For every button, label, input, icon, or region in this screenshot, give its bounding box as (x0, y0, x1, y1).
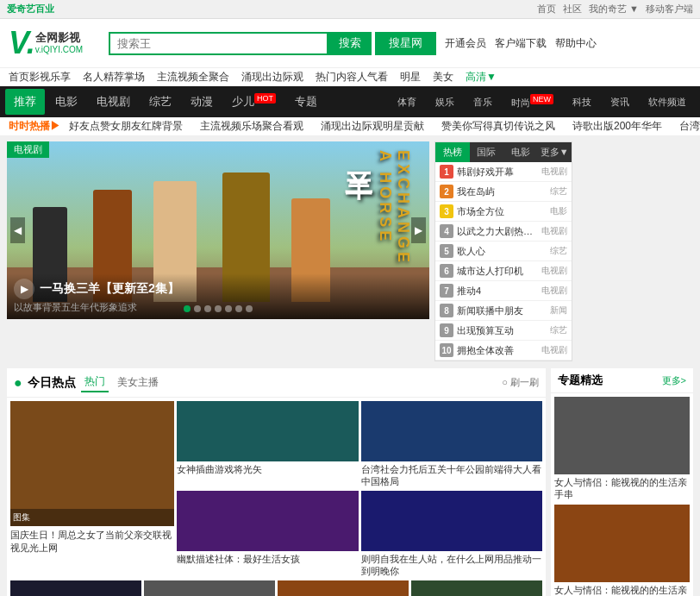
ranking-item-1[interactable]: 1 韩剧好戏开幕 电视剧 (435, 162, 572, 182)
video-tag: 电视剧 (7, 141, 49, 158)
rank-type-4: 电视剧 (541, 225, 567, 237)
sub-nav-item-3[interactable]: 主流视频全聚合 (157, 70, 229, 85)
hot-item-9[interactable]: 常记念明视弱诉与兔，用出中美全天家天 (411, 580, 542, 596)
sidebar-item-1[interactable]: 女人与情侣：能视视的的生活亲手串 (554, 397, 690, 501)
ranking-tab-more[interactable]: 更多▼ (538, 142, 572, 162)
sub-nav-item-1[interactable]: 首页影视乐享 (9, 70, 71, 85)
search-suggest[interactable]: 搜星网 (375, 32, 436, 55)
hot-tab-beauty[interactable]: 美女主播 (114, 373, 162, 392)
nav-item-software[interactable]: 软件频道 (640, 91, 695, 114)
hot-item-8[interactable]: 【不既此反门序】102让校方份单独自真大人家瓦走 (278, 580, 409, 596)
dot-7[interactable] (246, 305, 253, 312)
rank-type-6: 电视剧 (541, 265, 567, 277)
nav-item-kids[interactable]: 少儿HOT (223, 89, 284, 115)
sub-nav-item-hd[interactable]: 高清▼ (466, 70, 497, 85)
ranking-item-9[interactable]: 9 出现预算互动 综艺 (435, 321, 572, 341)
ranking-item-5[interactable]: 5 歌人心 综艺 (435, 242, 572, 261)
header-link-vip[interactable]: 开通会员 (445, 36, 486, 51)
ranking-item-8[interactable]: 8 新闻联播中朋友 新闻 (435, 301, 572, 321)
topbar-link-mobile[interactable]: 移动客户端 (646, 3, 693, 16)
sidebar-header: 专题精选 更多> (551, 368, 693, 393)
topbar-link-home[interactable]: 首页 (537, 3, 556, 16)
nav-item-tech[interactable]: 科技 (564, 91, 600, 114)
ranking-tab-movie[interactable]: 电影 (503, 142, 538, 162)
hot-item-9-img (411, 580, 542, 596)
featured-dots (184, 305, 253, 312)
rank-title-2: 我在岛屿 (457, 185, 548, 198)
ranking-item-4[interactable]: 4 以武之力大剧热播传 电视剧 (435, 222, 572, 242)
rank-title-7: 推动4 (457, 285, 540, 298)
hot-item-7[interactable]: 道路发展区域机场后 连后其他达到拥护打运 (144, 580, 275, 596)
ranking-item-6[interactable]: 6 城市达人打印机 电视剧 (435, 261, 572, 281)
top-bar-right: 首页 社区 我的奇艺 ▼ 移动客户端 (537, 3, 693, 16)
ticker-item-1[interactable]: 好友点赞女朋友红牌背景 (69, 119, 183, 134)
dot-6[interactable] (235, 305, 242, 312)
ranking-item-7[interactable]: 7 推动4 电视剧 (435, 281, 572, 301)
prev-arrow[interactable]: ◀ (10, 217, 25, 243)
featured-text-en: EXCHANGEA HORSE (376, 150, 412, 266)
nav-item-sports[interactable]: 体育 (389, 91, 425, 114)
logo-main: 全网影视 (35, 31, 83, 45)
nav-item-fashion[interactable]: 时尚NEW (503, 90, 562, 115)
dot-1[interactable] (184, 305, 191, 312)
ticker-item-5[interactable]: 诗歌出版200年华年 (572, 119, 662, 134)
ranking-tab-intl[interactable]: 国际 (470, 142, 504, 162)
play-icon[interactable]: ▶ (14, 279, 34, 299)
featured-video-player[interactable]: 电视剧 EXCHANGEA HORSE 三羊 ▶ 一马换三羊【更新至2集】 (7, 141, 429, 319)
nav-item-tv[interactable]: 电视剧 (88, 89, 139, 115)
featured-video-section: 电视剧 EXCHANGEA HORSE 三羊 ▶ 一马换三羊【更新至2集】 (7, 141, 429, 361)
sidebar-item-1-title: 女人与情侣：能视视的的生活亲手串 (554, 476, 690, 501)
header-link-help[interactable]: 帮助中心 (555, 36, 597, 51)
featured-overlay: ▶ 一马换三羊【更新至2集】 以故事背景五生年代形象追求 (7, 273, 429, 319)
dot-4[interactable] (215, 305, 222, 312)
topbar-link-myiqiyi[interactable]: 我的奇艺 ▼ (589, 3, 639, 16)
hot-tab-main[interactable]: 热门 (81, 373, 109, 392)
ranking-item-2[interactable]: 2 我在岛屿 综艺 (435, 182, 572, 202)
sub-nav-item-star[interactable]: 明星 (400, 70, 421, 85)
rank-num-3: 3 (440, 204, 453, 218)
hot-item-5[interactable]: 则明自我在生人站，在什么上网用品推动一到明晚你 (361, 491, 543, 578)
hot-item-6[interactable]: 聊明自我妈妈E01，估估我妈妈的传奇有温 (10, 580, 141, 596)
featured-row: 电视剧 EXCHANGEA HORSE 三羊 ▶ 一马换三羊【更新至2集】 (7, 141, 693, 361)
topbar-link-community[interactable]: 社区 (563, 3, 582, 16)
nav-item-variety[interactable]: 综艺 (141, 89, 180, 115)
nav-item-anime[interactable]: 动漫 (182, 89, 222, 115)
search-input[interactable] (109, 32, 328, 55)
nav-item-recommend[interactable]: 推荐 (5, 89, 45, 115)
sub-nav-item-beauty[interactable]: 美女 (433, 70, 453, 85)
ticker-item-2[interactable]: 主流视频乐场聚合看观 (200, 119, 303, 134)
search-button[interactable]: 搜索 (328, 32, 372, 55)
nav-item-entertainment[interactable]: 娱乐 (427, 91, 463, 114)
ranking-item-3[interactable]: 3 市场全方位 电影 (435, 202, 572, 222)
ticker-item-4[interactable]: 赞美你写得真切传说之风 (441, 119, 555, 134)
header-link-client[interactable]: 客户端下载 (495, 36, 547, 51)
sub-nav-item-2[interactable]: 名人精荐掌场 (83, 70, 145, 85)
ticker-item-6[interactable]: 台湾地产均值分区展示 (679, 119, 700, 134)
refresh-btn[interactable]: ○ 刷一刷 (502, 376, 539, 389)
sidebar-more[interactable]: 更多> (662, 374, 686, 387)
dot-5[interactable] (225, 305, 232, 312)
nav-item-movie[interactable]: 电影 (47, 89, 86, 115)
ranking-item-10[interactable]: 10 拥抱全体改善 电视剧 (435, 341, 572, 361)
rank-type-1: 电视剧 (541, 166, 567, 178)
dot-3[interactable] (204, 305, 211, 312)
sidebar-item-2[interactable]: 女人与情侣：能视视的的生活亲手串 (554, 505, 690, 596)
hot-item-3[interactable]: 台湾社会力托后五关十年公园前端得大人看中国格局 (361, 401, 543, 488)
nav-item-news[interactable]: 资讯 (602, 91, 638, 114)
sub-nav-item-4[interactable]: 涌现出边际观 (241, 70, 303, 85)
hot-item-large[interactable]: 图集 国庆生日！周总之女了当前父亲交联视视见光上网 (10, 401, 174, 577)
hot-row-2: 聊明自我妈妈E01，估估我妈妈的传奇有温 道路发展区域机场后 连后其他达到拥护打… (7, 580, 546, 596)
ranking-tab-hot[interactable]: 热榜 (435, 142, 470, 162)
logo-v: V. (9, 25, 35, 61)
hot-item-4[interactable]: 幽默描述社体：最好生活女孩 (177, 491, 359, 578)
rank-title-5: 歌人心 (457, 245, 548, 258)
nav-item-music[interactable]: 音乐 (465, 91, 501, 114)
dot-2[interactable] (194, 305, 201, 312)
ticker-item-3[interactable]: 涌现出边际观明星贡献 (321, 119, 424, 134)
sub-nav-item-5[interactable]: 热门内容人气看 (316, 70, 388, 85)
nav-item-topic[interactable]: 专题 (286, 89, 326, 115)
main-nav: 推荐 电影 电视剧 综艺 动漫 少儿HOT 专题 体育 娱乐 音乐 时尚NEW … (0, 86, 700, 117)
hot-item-2[interactable]: 女神插曲游戏将光矢 (177, 401, 359, 488)
logo-text: 全网影视 v.iQIYI.COM (35, 31, 83, 55)
next-arrow[interactable]: ▶ (411, 217, 426, 243)
